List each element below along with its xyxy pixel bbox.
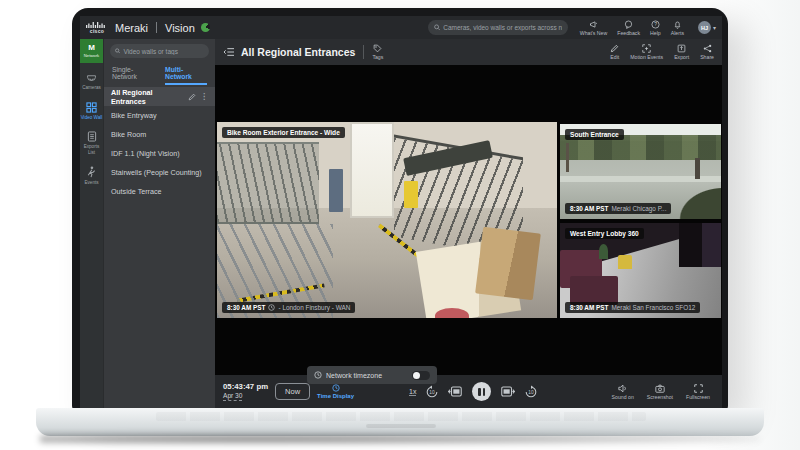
forward-10-button[interactable]: 10 (524, 385, 538, 399)
sidebar-search[interactable] (110, 44, 209, 58)
laptop-trackpad (366, 424, 436, 428)
rewind-10-button[interactable]: 10 (425, 385, 439, 399)
scene-wet-floor-sign (404, 181, 418, 208)
global-search-input[interactable] (443, 24, 562, 31)
camera-tile-south-entrance[interactable]: South Entrance 8:30 AM PST Meraki Chicag… (560, 124, 721, 219)
speaker-icon (618, 384, 628, 393)
screenshot-label: Screenshot (647, 394, 673, 400)
account-menu[interactable]: HJ ▾ (698, 21, 716, 34)
fullscreen-label: Fullscreen (686, 394, 710, 400)
network-selector[interactable]: M Network (80, 39, 103, 63)
now-button[interactable]: Now (275, 383, 310, 400)
alerts-button[interactable]: Alerts (671, 20, 684, 36)
motion-events-button[interactable]: Motion Events (630, 44, 663, 60)
scene-yellow-chair (618, 255, 632, 268)
rail-exports-label: Exports List (80, 144, 103, 155)
motion-events-label: Motion Events (630, 54, 663, 60)
export-icon (677, 44, 686, 53)
video-walls-sidebar: Single-Network Multi-Network All Regiona… (103, 39, 215, 408)
export-button[interactable]: Export (674, 44, 689, 60)
collapse-sidebar-icon[interactable] (223, 47, 235, 57)
scene-doorway (679, 223, 721, 267)
camera-time-badge: 8:30 AM PST - London Finsbury - WAN (222, 302, 355, 313)
clock-icon (332, 384, 340, 392)
fullscreen-button[interactable]: Fullscreen (686, 384, 710, 400)
laptop-keyboard (156, 412, 646, 421)
rail-item-video-wall[interactable]: Video Wall (81, 102, 103, 121)
rail-item-events[interactable]: Events (84, 166, 98, 186)
edit-pencil-icon[interactable] (188, 93, 196, 101)
global-search[interactable] (428, 20, 568, 35)
list-item-label: Outside Terrace (111, 187, 162, 196)
scene-plant (599, 244, 609, 259)
help-label: Help (650, 30, 661, 36)
video-wall-grid-icon (86, 102, 97, 113)
topbar-actions: What's New Feedback ? Help (580, 20, 716, 36)
rail-cameras-label: Cameras (82, 85, 101, 91)
product-name: Meraki (115, 22, 148, 34)
help-button[interactable]: ? Help (650, 20, 661, 36)
playback-right-actions: Sound on Screenshot (612, 384, 714, 400)
list-item-label: Bike Entryway (111, 111, 157, 120)
next-frame-button[interactable] (500, 385, 515, 398)
share-button[interactable]: Share (700, 44, 714, 60)
list-item-bike-room[interactable]: Bike Room (104, 125, 215, 144)
list-item-bike-entryway[interactable]: Bike Entryway (104, 106, 215, 125)
camera-location: Meraki San Francisco SFO12 (611, 304, 695, 311)
feedback-button[interactable]: Feedback (617, 20, 640, 36)
camera-time-badge: 8:30 AM PST Meraki San Francisco SFO12 (565, 302, 700, 313)
edit-pencil-icon (610, 44, 619, 53)
rail-video-wall-label: Video Wall (81, 115, 103, 121)
laptop-shadow (40, 434, 760, 444)
list-item-all-regional-entrances[interactable]: All Regional Entrances ⋮ (104, 87, 215, 106)
cisco-logo-icon: cisco (86, 22, 108, 34)
scene-pole (566, 143, 569, 172)
top-navbar: cisco Meraki Vision (80, 16, 722, 39)
sidebar-search-input[interactable] (123, 48, 204, 55)
rail-item-exports-list[interactable]: Exports List (80, 131, 103, 155)
motion-events-icon (642, 44, 651, 53)
share-icon (703, 44, 712, 53)
network-timezone-toggle[interactable] (412, 371, 430, 380)
alerts-label: Alerts (671, 30, 684, 36)
camera-tile-bike-room-exterior[interactable]: Bike Room Exterior Entrance - Wide 8:30 … (217, 122, 557, 318)
scene-left-rack (217, 142, 319, 224)
scene-cardboard-box (475, 227, 540, 300)
camera-tile-west-entry-lobby[interactable]: West Entry Lobby 360 8:30 AM PST Meraki … (560, 223, 721, 318)
more-options-icon[interactable]: ⋮ (200, 92, 208, 101)
chevron-down-icon: ▾ (713, 24, 716, 31)
scene-door (350, 122, 394, 218)
list-item-outside-terrace[interactable]: Outside Terrace (104, 182, 215, 201)
scene-bush (673, 183, 721, 219)
sound-on-button[interactable]: Sound on (612, 384, 634, 400)
video-wall-grid: Bike Room Exterior Entrance - Wide 8:30 … (215, 65, 722, 375)
list-item-label: Stairwells (People Counting) (111, 168, 202, 177)
list-item-stairwells[interactable]: Stairwells (People Counting) (104, 163, 215, 182)
exports-list-icon (87, 131, 97, 142)
scene-post (695, 158, 700, 179)
tags-label: Tags (372, 54, 383, 60)
date-value[interactable]: Apr 30 (223, 392, 242, 401)
list-item-idf-night-vision[interactable]: IDF 1.1 (Night Vision) (104, 144, 215, 163)
whats-new-button[interactable]: What's New (580, 20, 608, 36)
tab-multi-network[interactable]: Multi-Network (165, 66, 207, 85)
playback-speed-button[interactable]: 1x (409, 388, 416, 396)
current-time: 05:43:47 pm Apr 30 (223, 382, 268, 401)
svg-text:10: 10 (430, 390, 436, 395)
main-header: All Regional Entrances Tags (215, 39, 722, 65)
help-icon: ? (651, 20, 660, 29)
events-runner-icon (86, 166, 96, 178)
page-title: All Regional Entrances (241, 46, 355, 58)
tab-single-network[interactable]: Single-Network (112, 66, 155, 85)
scene-bin (329, 169, 343, 212)
pause-button[interactable] (472, 382, 491, 401)
time-display-button[interactable]: Time Display (317, 384, 354, 399)
edit-button[interactable]: Edit (610, 44, 619, 60)
laptop-base (36, 408, 764, 436)
timezone-clock-icon (268, 304, 275, 311)
screenshot-button[interactable]: Screenshot (647, 384, 673, 400)
list-item-label: Bike Room (111, 130, 146, 139)
tags-button[interactable]: Tags (372, 44, 383, 60)
previous-frame-button[interactable] (448, 385, 463, 398)
rail-item-cameras[interactable]: Cameras (82, 74, 101, 91)
